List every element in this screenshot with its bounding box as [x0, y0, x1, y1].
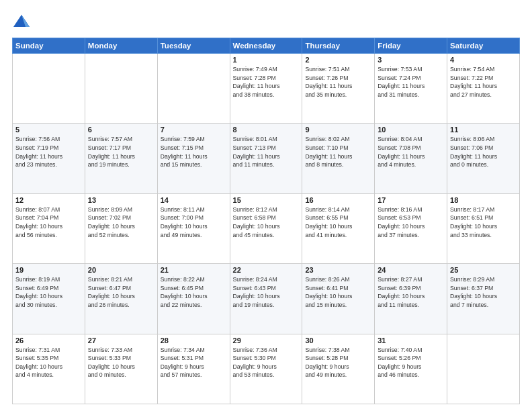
calendar-week-row: 26Sunrise: 7:31 AM Sunset: 5:35 PM Dayli… [13, 334, 520, 404]
day-number: 31 [378, 336, 444, 345]
day-info: Sunrise: 8:26 AM Sunset: 6:41 PM Dayligh… [305, 275, 371, 309]
logo-icon [12, 12, 31, 31]
day-info: Sunrise: 7:51 AM Sunset: 7:26 PM Dayligh… [305, 65, 371, 99]
calendar-cell: 5Sunrise: 7:56 AM Sunset: 7:19 PM Daylig… [13, 124, 85, 193]
day-info: Sunrise: 8:17 AM Sunset: 6:51 PM Dayligh… [450, 205, 517, 239]
calendar-week-row: 12Sunrise: 8:07 AM Sunset: 7:04 PM Dayli… [13, 193, 520, 263]
day-info: Sunrise: 7:57 AM Sunset: 7:17 PM Dayligh… [88, 135, 154, 169]
calendar-cell: 4Sunrise: 7:54 AM Sunset: 7:22 PM Daylig… [447, 54, 520, 124]
day-info: Sunrise: 7:38 AM Sunset: 5:28 PM Dayligh… [305, 346, 371, 379]
calendar-cell [85, 54, 157, 124]
day-number: 28 [161, 336, 227, 345]
day-number: 2 [305, 56, 371, 64]
day-number: 20 [88, 266, 154, 274]
calendar-cell: 28Sunrise: 7:34 AM Sunset: 5:31 PM Dayli… [157, 334, 230, 404]
calendar-cell: 9Sunrise: 8:02 AM Sunset: 7:10 PM Daylig… [302, 124, 375, 193]
calendar-cell: 14Sunrise: 8:11 AM Sunset: 7:00 PM Dayli… [157, 193, 230, 263]
weekday-header-tuesday: Tuesday [157, 38, 230, 54]
day-number: 29 [233, 336, 300, 345]
day-number: 25 [450, 266, 517, 274]
calendar-week-row: 5Sunrise: 7:56 AM Sunset: 7:19 PM Daylig… [13, 124, 520, 193]
calendar-cell: 26Sunrise: 7:31 AM Sunset: 5:35 PM Dayli… [13, 334, 85, 404]
calendar-cell: 21Sunrise: 8:22 AM Sunset: 6:45 PM Dayli… [157, 264, 230, 334]
day-info: Sunrise: 8:09 AM Sunset: 7:02 PM Dayligh… [88, 205, 154, 239]
weekday-header-sunday: Sunday [13, 38, 85, 54]
calendar-cell: 23Sunrise: 8:26 AM Sunset: 6:41 PM Dayli… [302, 264, 375, 334]
day-info: Sunrise: 8:29 AM Sunset: 6:37 PM Dayligh… [450, 275, 517, 309]
weekday-header-row: SundayMondayTuesdayWednesdayThursdayFrid… [13, 38, 520, 54]
day-info: Sunrise: 8:06 AM Sunset: 7:06 PM Dayligh… [450, 135, 517, 169]
day-number: 9 [305, 126, 371, 134]
calendar-cell: 18Sunrise: 8:17 AM Sunset: 6:51 PM Dayli… [447, 193, 520, 263]
day-info: Sunrise: 7:59 AM Sunset: 7:15 PM Dayligh… [161, 135, 227, 169]
calendar-cell: 20Sunrise: 8:21 AM Sunset: 6:47 PM Dayli… [85, 264, 157, 334]
calendar-cell: 6Sunrise: 7:57 AM Sunset: 7:17 PM Daylig… [85, 124, 157, 193]
calendar-cell: 8Sunrise: 8:01 AM Sunset: 7:13 PM Daylig… [230, 124, 302, 193]
day-number: 5 [15, 126, 82, 134]
page: SundayMondayTuesdayWednesdayThursdayFrid… [0, 0, 532, 411]
day-info: Sunrise: 7:53 AM Sunset: 7:24 PM Dayligh… [378, 65, 444, 99]
day-info: Sunrise: 8:02 AM Sunset: 7:10 PM Dayligh… [305, 135, 371, 169]
day-number: 23 [305, 266, 371, 274]
day-info: Sunrise: 7:40 AM Sunset: 5:26 PM Dayligh… [378, 346, 444, 379]
day-info: Sunrise: 8:16 AM Sunset: 6:53 PM Dayligh… [378, 205, 444, 239]
calendar-cell: 11Sunrise: 8:06 AM Sunset: 7:06 PM Dayli… [447, 124, 520, 193]
header [12, 12, 520, 31]
day-number: 17 [378, 196, 444, 204]
day-info: Sunrise: 7:54 AM Sunset: 7:22 PM Dayligh… [450, 65, 517, 99]
calendar-cell: 10Sunrise: 8:04 AM Sunset: 7:08 PM Dayli… [375, 124, 447, 193]
calendar-week-row: 1Sunrise: 7:49 AM Sunset: 7:28 PM Daylig… [13, 54, 520, 124]
day-number: 1 [233, 56, 300, 64]
weekday-header-saturday: Saturday [447, 38, 520, 54]
day-number: 11 [450, 126, 517, 134]
calendar-week-row: 19Sunrise: 8:19 AM Sunset: 6:49 PM Dayli… [13, 264, 520, 334]
weekday-header-monday: Monday [85, 38, 157, 54]
day-number: 26 [15, 336, 82, 345]
calendar-cell: 30Sunrise: 7:38 AM Sunset: 5:28 PM Dayli… [302, 334, 375, 404]
calendar-cell [157, 54, 230, 124]
calendar-cell: 12Sunrise: 8:07 AM Sunset: 7:04 PM Dayli… [13, 193, 85, 263]
day-number: 16 [305, 196, 371, 204]
day-info: Sunrise: 8:04 AM Sunset: 7:08 PM Dayligh… [378, 135, 444, 169]
day-number: 22 [233, 266, 300, 274]
day-number: 3 [378, 56, 444, 64]
calendar-cell: 24Sunrise: 8:27 AM Sunset: 6:39 PM Dayli… [375, 264, 447, 334]
day-number: 4 [450, 56, 517, 64]
day-info: Sunrise: 7:33 AM Sunset: 5:33 PM Dayligh… [88, 346, 154, 379]
day-info: Sunrise: 8:07 AM Sunset: 7:04 PM Dayligh… [15, 205, 82, 239]
day-number: 30 [305, 336, 371, 345]
day-info: Sunrise: 7:56 AM Sunset: 7:19 PM Dayligh… [15, 135, 82, 169]
calendar-cell: 31Sunrise: 7:40 AM Sunset: 5:26 PM Dayli… [375, 334, 447, 404]
calendar-cell: 3Sunrise: 7:53 AM Sunset: 7:24 PM Daylig… [375, 54, 447, 124]
day-number: 19 [15, 266, 82, 274]
day-number: 18 [450, 196, 517, 204]
day-info: Sunrise: 7:31 AM Sunset: 5:35 PM Dayligh… [15, 346, 82, 379]
calendar-cell: 25Sunrise: 8:29 AM Sunset: 6:37 PM Dayli… [447, 264, 520, 334]
calendar-table: SundayMondayTuesdayWednesdayThursdayFrid… [12, 38, 520, 404]
day-info: Sunrise: 7:36 AM Sunset: 5:30 PM Dayligh… [233, 346, 300, 379]
day-info: Sunrise: 7:49 AM Sunset: 7:28 PM Dayligh… [233, 65, 300, 99]
day-info: Sunrise: 7:34 AM Sunset: 5:31 PM Dayligh… [161, 346, 227, 379]
day-info: Sunrise: 8:22 AM Sunset: 6:45 PM Dayligh… [161, 275, 227, 309]
day-info: Sunrise: 8:24 AM Sunset: 6:43 PM Dayligh… [233, 275, 300, 309]
day-info: Sunrise: 8:11 AM Sunset: 7:00 PM Dayligh… [161, 205, 227, 239]
day-number: 15 [233, 196, 300, 204]
day-info: Sunrise: 8:14 AM Sunset: 6:55 PM Dayligh… [305, 205, 371, 239]
calendar-cell: 19Sunrise: 8:19 AM Sunset: 6:49 PM Dayli… [13, 264, 85, 334]
calendar-cell: 22Sunrise: 8:24 AM Sunset: 6:43 PM Dayli… [230, 264, 302, 334]
calendar-cell: 17Sunrise: 8:16 AM Sunset: 6:53 PM Dayli… [375, 193, 447, 263]
day-info: Sunrise: 8:12 AM Sunset: 6:58 PM Dayligh… [233, 205, 300, 239]
weekday-header-friday: Friday [375, 38, 447, 54]
day-number: 10 [378, 126, 444, 134]
day-info: Sunrise: 8:01 AM Sunset: 7:13 PM Dayligh… [233, 135, 300, 169]
weekday-header-thursday: Thursday [302, 38, 375, 54]
calendar-cell: 1Sunrise: 7:49 AM Sunset: 7:28 PM Daylig… [230, 54, 302, 124]
calendar-cell: 27Sunrise: 7:33 AM Sunset: 5:33 PM Dayli… [85, 334, 157, 404]
calendar-cell: 29Sunrise: 7:36 AM Sunset: 5:30 PM Dayli… [230, 334, 302, 404]
day-number: 8 [233, 126, 300, 134]
day-number: 6 [88, 126, 154, 134]
calendar-cell: 7Sunrise: 7:59 AM Sunset: 7:15 PM Daylig… [157, 124, 230, 193]
day-info: Sunrise: 8:21 AM Sunset: 6:47 PM Dayligh… [88, 275, 154, 309]
calendar-cell [447, 334, 520, 404]
calendar-cell: 2Sunrise: 7:51 AM Sunset: 7:26 PM Daylig… [302, 54, 375, 124]
